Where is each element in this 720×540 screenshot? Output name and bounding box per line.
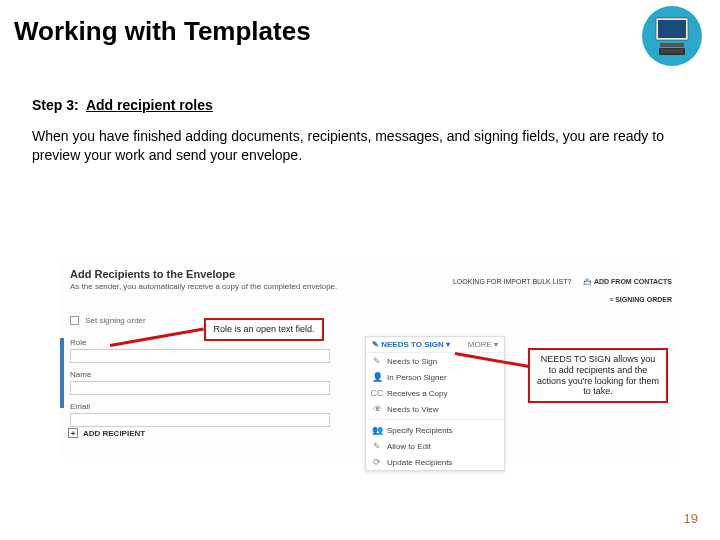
dropdown-header-label: NEEDS TO SIGN xyxy=(381,340,444,349)
contacts-icon: 📇 xyxy=(583,278,592,285)
recipient-color-indicator xyxy=(60,338,64,408)
pen-icon: ✎ xyxy=(372,340,379,349)
set-signing-order-label: Set signing order xyxy=(85,316,145,325)
eye-icon: 👁 xyxy=(372,404,382,414)
embedded-screenshot: Add Recipients to the Envelope As the se… xyxy=(60,262,680,457)
dropdown-item-label: In Person Signer xyxy=(387,373,447,382)
recipient-form: Role Name Email xyxy=(70,338,350,434)
body-paragraph: When you have finished adding documents,… xyxy=(0,113,720,165)
order-icon: ≡ xyxy=(609,296,613,303)
dropdown-item-label: Update Recipients xyxy=(387,458,452,467)
dropdown-item-label: Allow to Edit xyxy=(387,442,431,451)
svg-rect-4 xyxy=(659,48,685,55)
dropdown-more-label: MORE xyxy=(468,340,492,349)
dropdown-item-label: Needs to Sign xyxy=(387,357,437,366)
dropdown-item-needs-to-view[interactable]: 👁 Needs to View xyxy=(366,401,504,417)
add-recipient-label: ADD RECIPIENT xyxy=(83,429,145,438)
dropdown-item-label: Specify Recipients xyxy=(387,426,453,435)
pen-icon: ✎ xyxy=(372,356,382,366)
add-from-contacts-link[interactable]: 📇 ADD FROM CONTACTS xyxy=(583,278,672,286)
dropdown-item-update[interactable]: ⟳ Update Recipients xyxy=(366,454,504,470)
svg-rect-3 xyxy=(660,43,684,47)
svg-rect-2 xyxy=(658,20,686,38)
dropdown-item-label: Receives a Copy xyxy=(387,389,447,398)
checkbox-icon[interactable] xyxy=(70,316,79,325)
dropdown-item-specify[interactable]: 👥 Specify Recipients xyxy=(366,422,504,438)
top-right-links: LOOKING FOR IMPORT BULK LIST? 📇 ADD FROM… xyxy=(453,278,672,286)
refresh-icon: ⟳ xyxy=(372,457,382,467)
dropdown-item-in-person[interactable]: 👤 In Person Signer xyxy=(366,369,504,385)
role-input[interactable] xyxy=(70,349,330,363)
dropdown-item-needs-to-sign[interactable]: ✎ Needs to Sign xyxy=(366,353,504,369)
step-heading: Step 3: Add recipient roles xyxy=(0,47,720,113)
person-icon: 👤 xyxy=(372,372,382,382)
import-bulk-link[interactable]: LOOKING FOR IMPORT BULK LIST? xyxy=(453,278,571,285)
name-input[interactable] xyxy=(70,381,330,395)
dropdown-header[interactable]: ✎ NEEDS TO SIGN ▾ MORE ▾ xyxy=(366,337,504,353)
cc-icon: CC xyxy=(372,388,382,398)
email-label: Email xyxy=(70,402,350,411)
edit-icon: ✎ xyxy=(372,441,382,451)
add-recipient-button[interactable]: + ADD RECIPIENT xyxy=(68,428,145,438)
email-input[interactable] xyxy=(70,413,330,427)
step-label: Step 3: xyxy=(32,97,79,113)
dropdown-more[interactable]: MORE ▾ xyxy=(468,340,498,349)
dropdown-divider xyxy=(366,419,504,420)
plus-icon: + xyxy=(68,428,78,438)
callout-role: Role is an open text field. xyxy=(204,318,324,341)
step-text: Add recipient roles xyxy=(86,97,213,113)
set-signing-order-row[interactable]: Set signing order xyxy=(70,316,146,325)
dropdown-item-receives-copy[interactable]: CC Receives a Copy xyxy=(366,385,504,401)
signing-order-link[interactable]: ≡ SIGNING ORDER xyxy=(609,296,672,303)
callout-needs-to-sign: NEEDS TO SIGN allows you to add recipien… xyxy=(528,348,668,403)
page-title: Working with Templates xyxy=(0,0,720,47)
computer-icon xyxy=(642,6,702,66)
signing-order-label: SIGNING ORDER xyxy=(615,296,672,303)
page-number: 19 xyxy=(684,511,698,526)
add-from-contacts-label: ADD FROM CONTACTS xyxy=(594,278,672,285)
people-icon: 👥 xyxy=(372,425,382,435)
dropdown-item-allow-edit[interactable]: ✎ Allow to Edit xyxy=(366,438,504,454)
dropdown-item-label: Needs to View xyxy=(387,405,438,414)
name-label: Name xyxy=(70,370,350,379)
